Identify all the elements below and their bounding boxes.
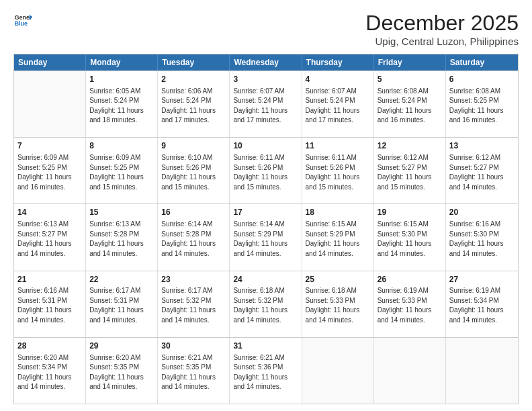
day-number: 26: [378, 274, 442, 285]
cal-cell: 1Sunrise: 6:05 AMSunset: 5:24 PMDaylight…: [86, 71, 158, 137]
sunset-text: Sunset: 5:24 PM: [89, 97, 139, 104]
sunset-text: Sunset: 5:30 PM: [378, 230, 427, 238]
cell-info: Sunrise: 6:08 AMSunset: 5:24 PMDaylight:…: [378, 87, 442, 126]
cell-info: Sunrise: 6:06 AMSunset: 5:24 PMDaylight:…: [161, 87, 226, 126]
day-number: 4: [306, 74, 370, 85]
daylight-text: Daylight: 11 hours and 14 minutes.: [378, 240, 432, 257]
cal-cell: 18Sunrise: 6:15 AMSunset: 5:29 PMDayligh…: [302, 204, 374, 270]
sunrise-text: Sunrise: 6:05 AM: [89, 87, 140, 95]
cal-cell: 17Sunrise: 6:14 AMSunset: 5:29 PMDayligh…: [230, 204, 302, 270]
sunset-text: Sunset: 5:26 PM: [306, 164, 355, 171]
day-number: 13: [449, 140, 515, 152]
week-row-4: 21Sunrise: 6:16 AMSunset: 5:31 PMDayligh…: [14, 271, 518, 337]
sunset-text: Sunset: 5:33 PM: [306, 297, 355, 304]
cell-info: Sunrise: 6:17 AMSunset: 5:31 PMDaylight:…: [89, 286, 154, 325]
day-number: 19: [378, 207, 442, 218]
cal-cell: 29Sunrise: 6:20 AMSunset: 5:35 PMDayligh…: [86, 338, 158, 404]
cell-info: Sunrise: 6:18 AMSunset: 5:32 PMDaylight:…: [233, 286, 298, 325]
day-number: 18: [306, 207, 370, 218]
daylight-text: Daylight: 11 hours and 14 minutes.: [233, 306, 287, 324]
daylight-text: Daylight: 11 hours and 15 minutes.: [306, 173, 360, 191]
cell-info: Sunrise: 6:13 AMSunset: 5:27 PMDaylight:…: [17, 220, 82, 259]
sunset-text: Sunset: 5:26 PM: [233, 164, 283, 171]
daylight-text: Daylight: 11 hours and 14 minutes.: [89, 240, 144, 257]
cal-cell: 13Sunrise: 6:12 AMSunset: 5:27 PMDayligh…: [446, 138, 518, 203]
cal-cell: 3Sunrise: 6:07 AMSunset: 5:24 PMDaylight…: [230, 71, 302, 137]
sunset-text: Sunset: 5:27 PM: [449, 164, 499, 171]
cal-cell: [14, 71, 86, 137]
cal-cell: 16Sunrise: 6:14 AMSunset: 5:28 PMDayligh…: [158, 204, 230, 270]
daylight-text: Daylight: 11 hours and 14 minutes.: [306, 240, 360, 257]
day-number: 21: [17, 274, 82, 285]
header: General Blue December 2025 Upig, Central…: [13, 11, 519, 47]
cell-info: Sunrise: 6:10 AMSunset: 5:26 PMDaylight:…: [161, 153, 226, 192]
sunrise-text: Sunrise: 6:14 AM: [233, 220, 284, 228]
daylight-text: Daylight: 11 hours and 14 minutes.: [161, 373, 216, 391]
sunset-text: Sunset: 5:34 PM: [17, 363, 67, 371]
sunset-text: Sunset: 5:25 PM: [17, 164, 67, 171]
sunset-text: Sunset: 5:35 PM: [161, 363, 211, 371]
sunset-text: Sunset: 5:32 PM: [161, 297, 211, 304]
cal-cell: 20Sunrise: 6:16 AMSunset: 5:30 PMDayligh…: [446, 204, 518, 270]
daylight-text: Daylight: 11 hours and 15 minutes.: [378, 173, 432, 191]
day-number: 7: [17, 140, 82, 152]
daylight-text: Daylight: 11 hours and 17 minutes.: [161, 107, 216, 124]
cal-cell: 25Sunrise: 6:18 AMSunset: 5:33 PMDayligh…: [302, 271, 374, 337]
daylight-text: Daylight: 11 hours and 15 minutes.: [233, 173, 287, 191]
sunrise-text: Sunrise: 6:15 AM: [378, 220, 429, 228]
calendar-header-thursday: Thursday: [302, 54, 374, 71]
cal-cell: 22Sunrise: 6:17 AMSunset: 5:31 PMDayligh…: [86, 271, 158, 337]
cal-cell: 24Sunrise: 6:18 AMSunset: 5:32 PMDayligh…: [230, 271, 302, 337]
daylight-text: Daylight: 11 hours and 14 minutes.: [378, 306, 432, 324]
cell-info: Sunrise: 6:09 AMSunset: 5:25 PMDaylight:…: [89, 153, 154, 192]
sunrise-text: Sunrise: 6:11 AM: [306, 154, 357, 161]
cal-cell: [302, 338, 374, 404]
cal-cell: 2Sunrise: 6:06 AMSunset: 5:24 PMDaylight…: [158, 71, 230, 137]
day-number: 25: [306, 274, 370, 285]
daylight-text: Daylight: 11 hours and 14 minutes.: [17, 373, 72, 391]
day-number: 9: [161, 140, 226, 152]
cell-info: Sunrise: 6:09 AMSunset: 5:25 PMDaylight:…: [17, 153, 82, 192]
sunrise-text: Sunrise: 6:18 AM: [306, 287, 357, 294]
week-row-5: 28Sunrise: 6:20 AMSunset: 5:34 PMDayligh…: [14, 337, 518, 404]
cal-cell: [374, 338, 446, 404]
sunrise-text: Sunrise: 6:11 AM: [233, 154, 284, 161]
calendar-header-tuesday: Tuesday: [158, 54, 230, 71]
day-number: 1: [89, 74, 154, 85]
daylight-text: Daylight: 11 hours and 14 minutes.: [449, 306, 504, 324]
logo: General Blue: [13, 11, 32, 30]
cal-cell: 11Sunrise: 6:11 AMSunset: 5:26 PMDayligh…: [302, 138, 374, 203]
daylight-text: Daylight: 11 hours and 16 minutes.: [378, 107, 432, 124]
page: General Blue December 2025 Upig, Central…: [0, 0, 532, 411]
calendar-header-sunday: Sunday: [14, 54, 86, 71]
day-number: 2: [161, 74, 226, 85]
cal-cell: 28Sunrise: 6:20 AMSunset: 5:34 PMDayligh…: [14, 338, 86, 404]
sunrise-text: Sunrise: 6:09 AM: [89, 154, 140, 161]
cell-info: Sunrise: 6:11 AMSunset: 5:26 PMDaylight:…: [233, 153, 298, 192]
cal-cell: 7Sunrise: 6:09 AMSunset: 5:25 PMDaylight…: [14, 138, 86, 203]
day-number: 22: [89, 274, 154, 285]
cell-info: Sunrise: 6:19 AMSunset: 5:34 PMDaylight:…: [449, 286, 515, 325]
sunset-text: Sunset: 5:28 PM: [89, 230, 139, 238]
cal-cell: 26Sunrise: 6:19 AMSunset: 5:33 PMDayligh…: [374, 271, 446, 337]
sunrise-text: Sunrise: 6:12 AM: [378, 154, 429, 161]
sunset-text: Sunset: 5:32 PM: [233, 297, 283, 304]
day-number: 27: [449, 274, 515, 285]
day-number: 5: [378, 74, 442, 85]
calendar-header-friday: Friday: [374, 54, 446, 71]
calendar-header-wednesday: Wednesday: [230, 54, 302, 71]
sunset-text: Sunset: 5:33 PM: [378, 297, 427, 304]
cal-cell: 21Sunrise: 6:16 AMSunset: 5:31 PMDayligh…: [14, 271, 86, 337]
sunrise-text: Sunrise: 6:21 AM: [233, 354, 284, 361]
cal-cell: 12Sunrise: 6:12 AMSunset: 5:27 PMDayligh…: [374, 138, 446, 203]
cell-info: Sunrise: 6:15 AMSunset: 5:29 PMDaylight:…: [306, 220, 370, 259]
cal-cell: 19Sunrise: 6:15 AMSunset: 5:30 PMDayligh…: [374, 204, 446, 270]
sunrise-text: Sunrise: 6:07 AM: [306, 87, 357, 95]
day-number: 8: [89, 140, 154, 152]
cal-cell: 5Sunrise: 6:08 AMSunset: 5:24 PMDaylight…: [374, 71, 446, 137]
cell-info: Sunrise: 6:19 AMSunset: 5:33 PMDaylight:…: [378, 286, 442, 325]
daylight-text: Daylight: 11 hours and 14 minutes.: [17, 306, 72, 324]
cell-info: Sunrise: 6:16 AMSunset: 5:31 PMDaylight:…: [17, 286, 82, 325]
daylight-text: Daylight: 11 hours and 14 minutes.: [89, 306, 144, 324]
daylight-text: Daylight: 11 hours and 14 minutes.: [89, 373, 144, 391]
